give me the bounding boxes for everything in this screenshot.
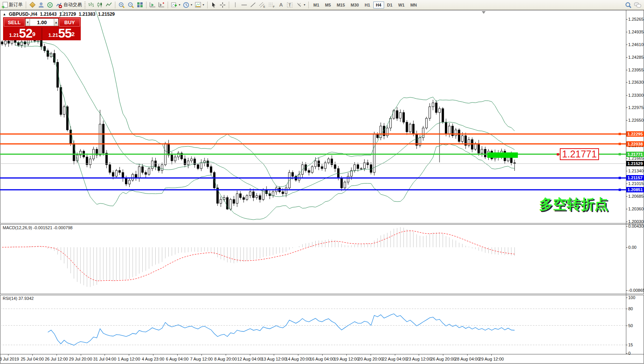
date-label: 26 Jul 12:00 xyxy=(45,357,68,361)
price-tick-label: 1.21015 xyxy=(628,181,644,186)
data-window-button[interactable] xyxy=(37,1,45,9)
dropdown-caret: ▾ xyxy=(203,3,204,7)
arrows-button[interactable]: ▾ xyxy=(295,1,306,9)
candlestick-chart-icon xyxy=(97,2,103,8)
text-label-button[interactable]: T xyxy=(286,1,295,9)
price-tick-label: 1.20360 xyxy=(628,207,644,211)
dropdown-caret: ▾ xyxy=(304,3,305,7)
trendline-button[interactable] xyxy=(249,1,257,9)
price-tick-mark xyxy=(626,57,627,58)
timeframe-h4[interactable]: H4 xyxy=(373,2,384,8)
pane-separator[interactable] xyxy=(0,223,644,225)
autoscroll-button[interactable] xyxy=(148,1,157,9)
buy-button[interactable]: BUY xyxy=(59,18,80,26)
crosshair-icon xyxy=(220,2,226,8)
navigator-button[interactable] xyxy=(46,1,54,9)
price-tick-label: 1.24285 xyxy=(628,55,644,60)
rsi-tick-label: 50 xyxy=(628,323,633,328)
buy-price-display[interactable]: 1.21 55 2 xyxy=(42,27,81,40)
price-tick-label: 1.21340 xyxy=(628,169,644,173)
price-tick-label: 1.20030 xyxy=(628,219,644,224)
text-button[interactable]: A xyxy=(277,1,285,9)
price-tick-label: 1.23955 xyxy=(628,68,644,72)
crosshair-button[interactable] xyxy=(218,1,227,9)
separator xyxy=(115,2,115,8)
buy-price-prefix: 1.21 xyxy=(48,31,58,39)
volume-input[interactable] xyxy=(30,18,54,26)
date-tick-mark xyxy=(8,354,8,356)
level-price-label[interactable]: 1.21771 xyxy=(560,148,599,160)
price-tick-mark xyxy=(626,82,627,83)
bar-chart-button[interactable] xyxy=(87,1,95,9)
new-order-label: 新订单 xyxy=(9,2,23,8)
date-label: 4 Aug 23:00 xyxy=(142,357,165,361)
separator xyxy=(229,2,229,8)
volume-decrease-button[interactable]: ▼ xyxy=(25,18,30,26)
horizontal-line-button[interactable] xyxy=(240,1,248,9)
zoom-in-button[interactable] xyxy=(117,1,126,9)
chart-shift-button[interactable] xyxy=(157,1,166,9)
arrows-icon xyxy=(296,2,302,8)
search-button[interactable] xyxy=(624,1,633,9)
fibonacci-button[interactable]: F xyxy=(267,1,276,9)
timeframe-m5[interactable]: M5 xyxy=(322,2,333,8)
indicators-button[interactable]: ▾ xyxy=(170,1,181,9)
rsi-tick-mark xyxy=(626,309,627,309)
macd-indicator-label: MACD(12,26,9) -0.001521 -0.000798 xyxy=(3,225,73,230)
date-tick-mark xyxy=(443,354,443,356)
indicators-icon xyxy=(171,2,177,8)
trendline-icon xyxy=(250,2,256,8)
price-tick-label: 1.25265 xyxy=(628,17,644,22)
vertical-line-button[interactable] xyxy=(231,1,240,9)
one-click-trading-panel: SELL ▼ ▲ BUY 1.21 52 9 1.21 55 2 xyxy=(3,17,81,40)
chat-button[interactable] xyxy=(633,1,642,9)
timeframe-m1[interactable]: M1 xyxy=(311,2,322,8)
templates-button[interactable]: ▾ xyxy=(194,1,205,9)
sell-button[interactable]: SELL xyxy=(4,18,25,26)
date-label: 13 Aug 12:00 xyxy=(261,357,286,361)
rsi-tick-label: 100 xyxy=(628,295,635,300)
pane-separator[interactable] xyxy=(0,294,644,295)
main-chart-canvas[interactable] xyxy=(0,11,626,223)
price-tick-label: 1.22975 xyxy=(628,105,644,110)
zoom-out-button[interactable] xyxy=(126,1,135,9)
timeframe-m30[interactable]: M30 xyxy=(348,2,361,8)
rsi-pane-canvas[interactable] xyxy=(0,295,626,354)
chart-shift-icon xyxy=(158,2,165,8)
periods-button[interactable]: ▾ xyxy=(182,1,193,9)
date-tick-mark xyxy=(395,354,395,356)
volume-increase-button[interactable]: ▲ xyxy=(54,18,58,26)
timeframe-mn[interactable]: MN xyxy=(408,2,419,8)
tile-windows-button[interactable] xyxy=(136,1,144,9)
date-tick-mark xyxy=(322,354,323,356)
date-label: 25 Jul 04:00 xyxy=(21,357,44,361)
turning-point-annotation[interactable]: 多空转折点 xyxy=(539,195,608,214)
sell-price-display[interactable]: 1.21 52 9 xyxy=(3,27,42,40)
timeframe-w1[interactable]: W1 xyxy=(396,2,408,8)
equidistant-channel-button[interactable]: E xyxy=(258,1,267,9)
collapse-panel-icon[interactable]: ▲ xyxy=(3,12,6,16)
cursor-button[interactable] xyxy=(210,1,218,9)
chart-shift-marker[interactable] xyxy=(482,11,486,14)
separator xyxy=(308,2,309,8)
autotrading-label: 自动交易 xyxy=(63,2,82,8)
price-tick-label: 1.22650 xyxy=(628,118,644,122)
timeframe-h1[interactable]: H1 xyxy=(362,2,373,8)
date-label: 14 Aug 20:00 xyxy=(286,357,311,361)
autotrading-icon xyxy=(56,2,62,8)
search-icon xyxy=(625,2,632,8)
timeframe-m15[interactable]: M15 xyxy=(334,2,348,8)
autotrading-button[interactable]: 自动交易 xyxy=(55,1,83,9)
bar-open: 1.21643 xyxy=(40,12,57,17)
date-label: 19 Aug 12:00 xyxy=(334,357,359,361)
candlestick-chart-button[interactable] xyxy=(96,1,104,9)
templates-icon xyxy=(195,2,201,8)
timeframe-d1[interactable]: D1 xyxy=(384,2,395,8)
rsi-tick-mark xyxy=(626,353,627,354)
date-label: 6 Aug 04:00 xyxy=(166,357,189,361)
new-order-button[interactable]: + 新订单 xyxy=(2,1,24,9)
market-profile-button[interactable] xyxy=(28,1,37,9)
line-chart-button[interactable] xyxy=(105,1,113,9)
date-tick-mark xyxy=(153,354,153,356)
macd-pane-canvas[interactable] xyxy=(0,225,626,293)
